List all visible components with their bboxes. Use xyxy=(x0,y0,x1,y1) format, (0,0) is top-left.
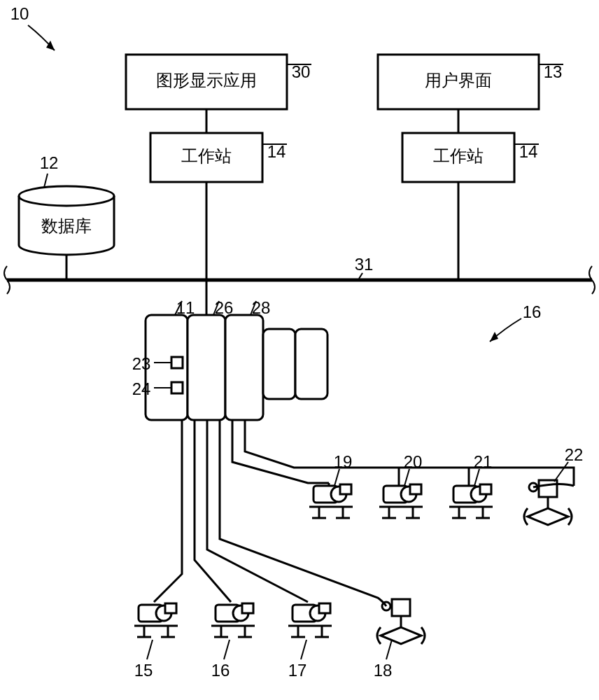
svg-rect-17 xyxy=(225,315,263,420)
ref-ui: 13 xyxy=(544,62,563,81)
graphics-app-label: 图形显示应用 xyxy=(156,71,257,90)
port-icon xyxy=(171,382,183,393)
svg-marker-13 xyxy=(490,332,498,342)
device-20 xyxy=(379,484,423,518)
ref-ctrl-right: 28 xyxy=(252,298,271,317)
ui-label: 用户界面 xyxy=(425,71,492,90)
ref-22: 22 xyxy=(565,445,584,464)
database-label: 数据库 xyxy=(41,216,92,235)
ref-15: 15 xyxy=(134,661,153,680)
ref-app: 30 xyxy=(292,62,311,81)
ref-system: 10 xyxy=(10,4,29,23)
svg-rect-18 xyxy=(263,329,295,399)
device-21 xyxy=(449,484,493,518)
ref-16: 16 xyxy=(211,661,230,680)
device-16 xyxy=(211,603,255,637)
svg-line-35 xyxy=(404,469,409,486)
ref-db: 12 xyxy=(40,153,59,172)
ref-port1: 23 xyxy=(132,354,151,373)
svg-line-36 xyxy=(474,469,479,486)
ref-ws-right: 14 xyxy=(519,142,538,161)
ref-18: 18 xyxy=(374,661,393,680)
workstation-left-label: 工作站 xyxy=(181,146,232,165)
device-17 xyxy=(288,603,332,637)
svg-rect-19 xyxy=(295,329,327,399)
ref-port2: 24 xyxy=(132,379,151,398)
device-18 xyxy=(377,599,425,644)
svg-line-41 xyxy=(386,640,392,659)
device-22 xyxy=(524,480,572,525)
svg-rect-16 xyxy=(188,315,225,420)
device-15 xyxy=(134,603,178,637)
ref-19: 19 xyxy=(334,452,353,471)
ref-bus: 31 xyxy=(355,255,374,274)
ref-20: 20 xyxy=(404,452,423,471)
ref-ctrl-left: 11 xyxy=(176,298,195,317)
ref-ctrl-mid: 26 xyxy=(215,298,234,317)
controller-rack xyxy=(146,315,327,420)
ref-17: 17 xyxy=(288,661,307,680)
svg-point-8 xyxy=(19,186,114,206)
svg-line-34 xyxy=(334,469,339,486)
system-diagram: 10 图形显示应用 30 用户界面 13 工作站 14 工作站 14 12 数据… xyxy=(0,0,599,700)
ref-21: 21 xyxy=(474,452,493,471)
ref-area: 16 xyxy=(523,302,542,321)
ref-ws-left: 14 xyxy=(267,142,286,161)
device-19 xyxy=(309,484,353,518)
workstation-right-label: 工作站 xyxy=(433,146,484,165)
svg-line-40 xyxy=(301,640,306,659)
port-icon xyxy=(171,357,183,368)
svg-line-38 xyxy=(147,640,153,659)
svg-line-37 xyxy=(554,462,568,482)
svg-line-39 xyxy=(224,640,230,659)
